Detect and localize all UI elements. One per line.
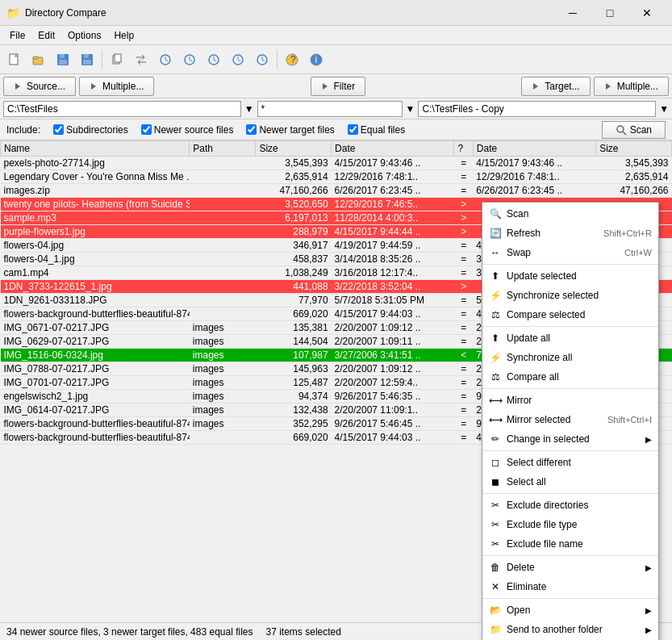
context-menu-item-label: Swap xyxy=(507,247,620,258)
multiple1-button[interactable]: Multiple... xyxy=(79,77,154,96)
save2-button[interactable] xyxy=(76,48,98,71)
svg-rect-3 xyxy=(33,56,38,59)
context-menu-item[interactable]: ⬆Update selected xyxy=(482,266,658,286)
context-menu-submenu-arrow: ▶ xyxy=(645,563,652,572)
col-header-size-r[interactable]: Size xyxy=(596,141,672,157)
context-menu-item-label: Update selected xyxy=(507,270,652,282)
app-title: Directory Compare xyxy=(25,7,106,19)
context-menu-separator xyxy=(482,450,658,451)
send-icon: 📁 xyxy=(489,623,502,636)
table-row[interactable]: pexels-photo-27714.jpg3,545,3934/15/2017… xyxy=(1,157,672,170)
mirror-icon: ⟷ xyxy=(489,394,502,407)
context-menu: 🔍Scan🔄RefreshShift+Ctrl+R↔SwapCtrl+W⬆Upd… xyxy=(482,202,659,640)
sync4-button[interactable] xyxy=(227,48,249,71)
context-menu-item[interactable]: 📁Send to another folder▶ xyxy=(482,620,658,639)
context-menu-item[interactable]: ◻Select different xyxy=(482,453,658,472)
context-menu-item-label: Compare all xyxy=(507,371,652,383)
equal-files-option[interactable]: Equal files xyxy=(348,124,405,136)
context-menu-item[interactable]: ⟷Mirror selectedShift+Ctrl+I xyxy=(482,410,658,429)
col-header-size-l[interactable]: Size xyxy=(256,141,332,157)
right-path-input[interactable] xyxy=(418,101,656,117)
col-header-date-r[interactable]: Date xyxy=(473,141,595,157)
newer-target-option[interactable]: Newer target files xyxy=(246,124,334,136)
svg-line-22 xyxy=(623,132,626,135)
menu-help[interactable]: Help xyxy=(107,26,140,45)
context-menu-item-label: Delete xyxy=(507,562,641,573)
subdirectories-option[interactable]: Subdirectories xyxy=(53,124,128,136)
context-menu-item[interactable]: ⚖Compare all xyxy=(482,367,658,387)
context-menu-item-label: Exclude file type xyxy=(507,519,652,530)
context-menu-submenu-arrow: ▶ xyxy=(645,625,652,634)
menu-edit[interactable]: Edit xyxy=(31,26,61,45)
context-menu-item[interactable]: 🔄RefreshShift+Ctrl+R xyxy=(482,224,658,243)
context-menu-item-label: Update all xyxy=(507,333,652,344)
context-menu-item-label: Mirror xyxy=(507,395,652,406)
save-button[interactable] xyxy=(52,48,74,71)
sync5-button[interactable] xyxy=(251,48,273,71)
copy-button[interactable] xyxy=(106,48,128,71)
col-header-path[interactable]: Path xyxy=(190,141,256,157)
context-menu-item[interactable]: 🔍Scan xyxy=(482,204,658,224)
close-button[interactable]: ✕ xyxy=(628,0,666,26)
context-menu-separator xyxy=(482,264,658,265)
maximize-button[interactable]: □ xyxy=(591,0,628,26)
context-menu-item-label: Select all xyxy=(507,476,652,487)
scan-button[interactable]: Scan xyxy=(602,121,666,139)
left-path-input[interactable] xyxy=(3,101,241,117)
context-menu-item[interactable]: ⚡Synchronize selected xyxy=(482,286,658,305)
context-menu-item[interactable]: ✏Change in selected▶ xyxy=(482,429,658,449)
open-button[interactable] xyxy=(27,48,50,71)
context-menu-submenu-arrow: ▶ xyxy=(645,435,652,444)
table-row[interactable]: Legendary Cover - You're Gonna Miss Me .… xyxy=(1,170,672,184)
context-menu-item[interactable]: ◼Select all xyxy=(482,472,658,492)
source-button[interactable]: Source... xyxy=(3,77,76,96)
col-header-name[interactable]: Name xyxy=(1,141,190,157)
info-button[interactable]: i xyxy=(305,48,328,71)
context-menu-item[interactable]: ✂Exclude file type xyxy=(482,515,658,534)
options-row: Include: Subdirectories Newer source fil… xyxy=(0,119,672,140)
context-menu-shortcut: Shift+Ctrl+R xyxy=(603,228,652,238)
minimize-button[interactable]: ─ xyxy=(554,0,591,26)
context-menu-item[interactable]: ✂Exclude file name xyxy=(482,534,658,554)
sync2-button[interactable] xyxy=(178,48,201,71)
context-menu-separator xyxy=(482,598,658,599)
context-menu-item[interactable]: ✕Eliminate xyxy=(482,577,658,596)
context-menu-item[interactable]: ↔SwapCtrl+W xyxy=(482,243,658,262)
scan-icon: 🔍 xyxy=(489,207,502,220)
context-menu-separator xyxy=(482,388,658,389)
sync1-button[interactable] xyxy=(154,48,177,71)
table-header: Name Path Size Date ? Date Size xyxy=(1,141,672,157)
context-menu-item[interactable]: ⚡Synchronize all xyxy=(482,348,658,367)
col-header-date-l[interactable]: Date xyxy=(332,141,454,157)
sync3-button[interactable] xyxy=(202,48,225,71)
context-menu-item[interactable]: ✂Exclude directories xyxy=(482,496,658,515)
context-menu-item-label: Exclude directories xyxy=(507,500,652,511)
table-row[interactable]: images.zip47,160,2666/26/2017 6:23:45 ..… xyxy=(1,184,672,198)
multiple2-button[interactable]: Multiple... xyxy=(594,77,669,96)
context-menu-separator xyxy=(482,555,658,556)
context-menu-submenu-arrow: ▶ xyxy=(645,606,652,615)
swap-icon: ↔ xyxy=(489,246,502,259)
help-button[interactable]: ? xyxy=(281,48,303,71)
menu-file[interactable]: File xyxy=(3,26,31,45)
context-menu-item[interactable]: ⚖Compare selected xyxy=(482,305,658,324)
context-menu-item[interactable]: ⬆Update all xyxy=(482,328,658,348)
context-menu-item[interactable]: 📂Open▶ xyxy=(482,600,658,620)
filter-input[interactable] xyxy=(257,101,403,117)
context-menu-item[interactable]: ⟷Mirror xyxy=(482,391,658,410)
context-menu-shortcut: Shift+Ctrl+I xyxy=(607,415,652,425)
col-header-sym[interactable]: ? xyxy=(454,141,473,157)
newer-source-option[interactable]: Newer source files xyxy=(141,124,234,136)
mirror-icon: ⟷ xyxy=(489,413,502,426)
context-menu-separator xyxy=(482,326,658,327)
panel-buttons: Source... Multiple... Filter Target... M… xyxy=(0,74,672,98)
context-menu-shortcut: Ctrl+W xyxy=(624,248,652,257)
menu-options[interactable]: Options xyxy=(61,26,107,45)
swap-button[interactable] xyxy=(130,48,152,71)
new-button[interactable] xyxy=(3,48,26,71)
selected-count: 37 items selected xyxy=(266,626,341,638)
target-button[interactable]: Target... xyxy=(521,77,590,96)
compare-icon: ⚖ xyxy=(489,370,502,383)
filter-button[interactable]: Filter xyxy=(311,77,366,96)
context-menu-item[interactable]: 🗑Delete▶ xyxy=(482,558,658,577)
